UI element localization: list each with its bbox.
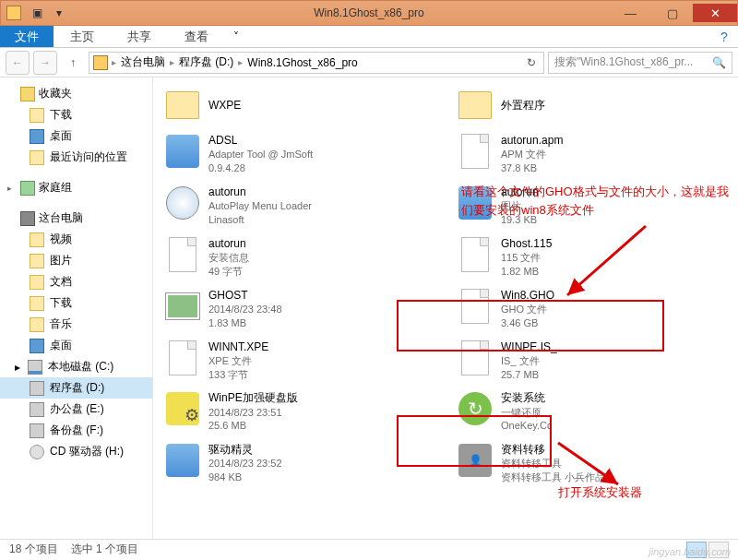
chevron-right-icon[interactable]: ▸ xyxy=(170,57,174,67)
tab-share[interactable]: 共享 xyxy=(111,26,168,47)
file-item[interactable]: ↻安装系统一键还原OneKey.Cc xyxy=(455,387,729,436)
location-icon xyxy=(93,55,108,70)
file-item[interactable]: Win8.GHOGHO 文件3.46 GB xyxy=(455,284,729,334)
crumb-drive[interactable]: 程序盘 (D:) xyxy=(176,54,236,70)
nav-documents[interactable]: 文档 xyxy=(0,271,152,292)
nav-music[interactable]: 音乐 xyxy=(0,314,152,335)
file-item[interactable]: 驱动精灵2014/8/23 23:52984 KB xyxy=(162,438,436,488)
nav-desktop2[interactable]: 桌面 xyxy=(0,335,152,356)
file-item[interactable]: Ghost.115115 文件1.82 MB xyxy=(455,232,729,282)
qat-properties-icon[interactable]: ▣ xyxy=(27,4,47,22)
nav-drive-c[interactable]: ▸本地磁盘 (C:) xyxy=(0,356,152,377)
file-icon xyxy=(461,134,489,169)
up-button[interactable]: ↑ xyxy=(61,51,85,75)
nav-homegroup-header[interactable]: ▸ 家庭组 xyxy=(0,177,152,198)
nav-downloads[interactable]: 下载 xyxy=(0,104,152,125)
desktop-icon xyxy=(30,129,44,144)
file-name: autorun.apm xyxy=(501,133,563,148)
gray-icon: 👤 xyxy=(458,444,492,477)
nav-favorites-header[interactable]: 收藏夹 xyxy=(0,83,152,104)
file-name: 安装系统 xyxy=(501,390,552,405)
search-placeholder: 搜索"Win8.1Ghost_x86_pr... xyxy=(554,54,693,70)
back-button[interactable]: ← xyxy=(6,51,30,75)
nav-drive-e[interactable]: 办公盘 (E:) xyxy=(0,399,152,420)
chevron-right-icon[interactable]: ▸ xyxy=(238,57,243,67)
file-tab[interactable]: 文件 xyxy=(0,26,54,47)
nav-drive-d[interactable]: 程序盘 (D:) xyxy=(0,377,152,399)
file-name: Ghost.115 xyxy=(501,236,552,251)
app-icon[interactable] xyxy=(6,6,21,20)
navigation-pane: 收藏夹 下载 桌面 最近访问的位置 ▸ 家庭组 这台电脑 视频 图片 文档 下载… xyxy=(0,77,153,539)
nav-downloads2[interactable]: 下载 xyxy=(0,292,152,314)
file-item[interactable]: 👤资料转移资料转移工具资料转移工具 小兵作品 xyxy=(455,438,729,488)
crumb-thispc[interactable]: 这台电脑 xyxy=(118,54,168,70)
file-name: 外置程序 xyxy=(501,98,545,113)
nav-drive-f[interactable]: 备份盘 (F:) xyxy=(0,420,152,441)
file-icon xyxy=(461,237,489,272)
search-icon[interactable]: 🔍 xyxy=(712,56,726,69)
file-meta-line: 984 KB xyxy=(208,471,282,484)
file-meta-line: 0.9.4.28 xyxy=(208,161,313,175)
cd-drive-icon xyxy=(30,445,44,459)
file-meta-line: OneKey.Cc xyxy=(501,419,552,433)
file-item[interactable]: autorunAutoPlay Menu LoaderLinasoft xyxy=(162,181,436,231)
minimize-button[interactable]: — xyxy=(610,4,651,22)
file-meta-line: 25.7 MB xyxy=(501,368,557,382)
forward-button[interactable]: → xyxy=(33,51,57,75)
file-meta-line: AutoPlay Menu Loader xyxy=(208,199,312,213)
file-name: ADSL xyxy=(208,133,313,148)
file-icon xyxy=(461,289,489,324)
file-item[interactable]: autorun图片19.3 KB xyxy=(455,181,729,231)
search-input[interactable]: 搜索"Win8.1Ghost_x86_pr... 🔍 xyxy=(548,52,732,74)
nav-thispc-header[interactable]: 这台电脑 xyxy=(0,208,152,229)
folder-icon xyxy=(166,91,199,119)
file-name: Win8.GHO xyxy=(501,288,554,303)
file-meta-line: APM 文件 xyxy=(501,148,563,161)
file-item[interactable]: WINPE.IS_IS_ 文件25.7 MB xyxy=(455,336,729,386)
ribbon-expand-icon[interactable]: ˅ xyxy=(225,26,247,47)
file-item[interactable]: autorun安装信息49 字节 xyxy=(162,232,436,282)
nav-drive-h[interactable]: CD 驱动器 (H:) xyxy=(0,441,152,462)
status-selected: 选中 1 个项目 xyxy=(71,542,138,557)
file-meta-line: 115 文件 xyxy=(501,251,552,265)
file-meta-line: 资料转移工具 xyxy=(501,457,605,471)
file-item[interactable]: WinPE加强硬盘版2014/8/23 23:5125.6 MB xyxy=(162,387,436,436)
crumb-folder[interactable]: Win8.1Ghost_x86_pro xyxy=(244,56,360,69)
breadcrumb[interactable]: ▸ 这台电脑 ▸ 程序盘 (D:) ▸ Win8.1Ghost_x86_pro … xyxy=(89,52,544,74)
nav-pictures[interactable]: 图片 xyxy=(0,250,152,271)
help-icon[interactable]: ? xyxy=(710,26,738,47)
file-item[interactable]: autorun.apmAPM 文件37.8 KB xyxy=(455,129,729,179)
file-meta-line: 37.8 KB xyxy=(501,161,563,175)
window-buttons: — ▢ ✕ xyxy=(610,4,737,22)
file-item[interactable]: ADSLAdapter Tool @ JmSoft0.9.4.28 xyxy=(162,129,436,179)
file-meta-line: 一键还原 xyxy=(501,406,552,420)
exe-icon xyxy=(166,135,199,168)
exe-icon xyxy=(166,444,199,477)
file-meta-line: 133 字节 xyxy=(208,368,268,382)
exe-icon xyxy=(458,186,492,220)
ribbon-tabs: 文件 主页 共享 查看 ˅ ? xyxy=(0,26,738,48)
nav-desktop[interactable]: 桌面 xyxy=(0,125,152,147)
close-button[interactable]: ✕ xyxy=(693,4,737,22)
file-item[interactable]: WXPE xyxy=(162,83,436,127)
tab-view[interactable]: 查看 xyxy=(168,26,225,47)
green-icon: ↻ xyxy=(458,392,492,425)
watermark: jingyan.baidu.com xyxy=(649,546,731,557)
nav-videos[interactable]: 视频 xyxy=(0,229,152,250)
nav-recent[interactable]: 最近访问的位置 xyxy=(0,147,152,168)
file-meta-line: 3.46 GB xyxy=(501,316,554,330)
refresh-icon[interactable]: ↻ xyxy=(523,56,540,69)
maximize-button[interactable]: ▢ xyxy=(651,4,693,22)
tab-home[interactable]: 主页 xyxy=(54,26,111,47)
homegroup-icon xyxy=(20,181,35,196)
folder-icon xyxy=(30,317,44,332)
file-meta-line: 1.83 MB xyxy=(208,316,282,330)
file-item[interactable]: WINNT.XPEXPE 文件133 字节 xyxy=(162,336,436,386)
disclosure-icon: ▸ xyxy=(7,184,17,193)
file-icon xyxy=(461,340,489,375)
file-name: 资料转移 xyxy=(501,442,605,457)
file-item[interactable]: 外置程序 xyxy=(455,83,729,127)
chevron-right-icon[interactable]: ▸ xyxy=(112,57,116,67)
qat-newfolder-icon[interactable]: ▾ xyxy=(49,4,69,22)
file-item[interactable]: GHOST2014/8/23 23:481.83 MB xyxy=(162,284,436,334)
